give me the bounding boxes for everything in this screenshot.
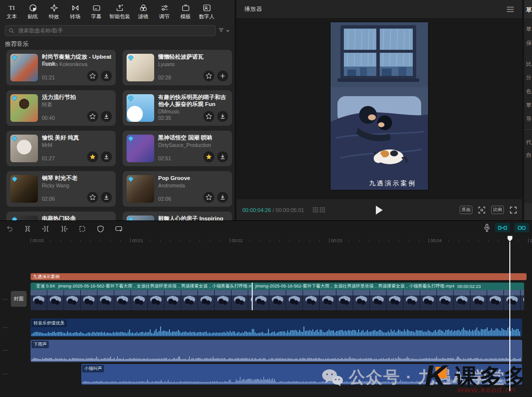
download-button[interactable]: [101, 192, 112, 203]
music-card[interactable]: 愉悦 美好 纯真 MrM 01:27: [6, 131, 116, 166]
filter-funnel-icon: [218, 28, 225, 34]
linkage-toggle[interactable]: [514, 223, 529, 232]
music-filter-button[interactable]: [218, 26, 231, 35]
album-art: [10, 175, 38, 203]
commercial-badge-icon: [128, 136, 134, 142]
tab-transition[interactable]: 转场: [65, 1, 86, 23]
tab-adjust[interactable]: 调节: [154, 1, 175, 23]
tab-digital-human[interactable]: 数字人: [196, 1, 217, 23]
favorite-button[interactable]: [87, 111, 98, 122]
focus-frame-icon[interactable]: [478, 206, 486, 214]
record-voiceover-icon[interactable]: [483, 223, 491, 232]
audio-clip-cat[interactable]: 小猫叫声: [81, 364, 522, 385]
star-filled-icon: [89, 153, 96, 160]
auto-snap-toggle[interactable]: [495, 223, 510, 232]
asset-toolbar: TI 文本 贴纸 特效 转场 字幕 智能包装: [0, 1, 234, 23]
smart-package-icon: [115, 3, 124, 12]
music-card[interactable]: 活力流行节拍 阿紊 00:40: [6, 90, 116, 126]
tab-sticker[interactable]: 贴纸: [22, 1, 43, 23]
fullscreen-icon[interactable]: [509, 206, 517, 214]
favorite-button[interactable]: [203, 192, 214, 203]
cover-button[interactable]: 封面: [11, 291, 27, 307]
speed-label: 变速 0.9X: [36, 283, 55, 289]
svg-text:TI: TI: [8, 4, 14, 11]
music-card[interactable]: 钢琴 时光不老 Ricky Wang 02:06: [6, 171, 116, 207]
undo-button[interactable]: [4, 223, 15, 234]
favorite-button-active[interactable]: [203, 151, 214, 162]
timeline-toolbar: [0, 221, 532, 236]
favorite-button[interactable]: [203, 71, 214, 81]
video-preview: 九遇演示案例: [331, 22, 428, 190]
music-duration: 02:06: [42, 196, 55, 202]
play-button[interactable]: [376, 206, 383, 215]
transition-icon: [71, 3, 80, 12]
music-card[interactable]: 黑神话悟空 国潮 唢呐 DirtySauce_Production 02:51: [123, 131, 232, 166]
audio-clip-music[interactable]: 轻音乐舒缓优美: [31, 319, 522, 337]
tab-effects[interactable]: 特效: [43, 1, 65, 23]
tab-captions[interactable]: 字幕: [86, 1, 107, 23]
download-button[interactable]: [217, 111, 228, 122]
player-controls: 00:00:04:26 / 00:00:05:01 原画 比例: [236, 199, 522, 220]
download-button[interactable]: [217, 151, 228, 162]
album-art: [127, 94, 154, 122]
favorite-button[interactable]: [87, 192, 98, 203]
tab-text[interactable]: TI 文本: [1, 1, 22, 23]
commercial-badge-icon: [128, 95, 134, 102]
music-search-bar[interactable]: [5, 25, 216, 36]
search-input[interactable]: [17, 27, 212, 34]
music-title: 鼓舞人心的房子 Inspiring House: [158, 216, 228, 220]
favorite-button[interactable]: [203, 111, 214, 122]
playhead-handle[interactable]: [507, 235, 513, 242]
delete-left-button[interactable]: [40, 223, 51, 234]
tab-filters[interactable]: 滤镜: [133, 1, 154, 23]
playhead-line[interactable]: [509, 242, 510, 391]
player-menu-icon[interactable]: [506, 6, 514, 12]
audio-clip-rain[interactable]: 下雨声: [31, 340, 522, 362]
track-options-audio-music[interactable]: …: [2, 323, 12, 329]
download-button[interactable]: [101, 71, 112, 81]
original-quality-button[interactable]: 原画: [460, 206, 472, 214]
track-options-audio-rain[interactable]: …: [2, 346, 12, 352]
video-clip-2[interactable]: jimeng-2025-05-16-562-窗外下着大雨，女孩往男孩怀里依偎，男…: [253, 283, 524, 310]
music-title: Pop Groove: [158, 175, 228, 182]
player-header: 播放器: [236, 0, 522, 19]
timeline-ruler[interactable]: 00:0000:0100:0200:0300:0400:05: [31, 236, 532, 246]
delete-right-button[interactable]: [59, 223, 69, 234]
audio-clip-label: 下雨声: [32, 341, 49, 348]
divider: [524, 129, 532, 130]
download-button[interactable]: [101, 151, 112, 162]
music-card[interactable]: Pop Groove Andromeda 02:06: [123, 171, 232, 207]
draft-settings-panel: 草 草保比分色草导代自: [524, 0, 532, 220]
music-card[interactable]: 电商热门轻曲: [6, 212, 116, 220]
text-track-clip[interactable]: 九遇演示案例: [31, 273, 527, 280]
commercial-badge-icon: [128, 55, 134, 61]
aspect-ratio-button[interactable]: 比例: [491, 206, 504, 214]
marker-button[interactable]: [113, 223, 124, 234]
download-button[interactable]: [217, 192, 228, 203]
music-card[interactable]: 慵懒轻松波萨诺瓦 Lyuans 02:28: [123, 50, 232, 85]
album-art: [127, 175, 154, 203]
track-options-audio-cat[interactable]: …: [2, 369, 12, 375]
download-button[interactable]: [101, 111, 112, 122]
video-clip-1[interactable]: 变速 0.9X jimeng-2025-05-16-562-窗外下着大雨，女孩往…: [31, 283, 253, 310]
music-card[interactable]: 时尚节奏魅力绽放 - Upbeat Funk Natalia Kolesniko…: [6, 50, 116, 85]
tab-templates[interactable]: 模板: [175, 1, 196, 23]
music-card[interactable]: 有趣的快乐明亮的哨子和吉他令人振奋的乐观 Fun Happy Brigh... …: [123, 90, 232, 126]
music-duration: 00:40: [42, 115, 55, 121]
commercial-badge-icon: [11, 136, 18, 142]
draft-setting-label: 比: [526, 60, 532, 68]
music-title: 电商热门轻曲: [42, 216, 112, 220]
favorite-button-active[interactable]: [87, 151, 98, 162]
clip-duration: 00:00:02:23: [458, 284, 481, 289]
adjust-icon: [160, 3, 169, 12]
split-button[interactable]: [22, 223, 33, 234]
commercial-badge-icon: [11, 217, 18, 220]
tab-smart-package[interactable]: 智能包装: [107, 1, 133, 23]
favorite-button[interactable]: [87, 71, 98, 81]
add-button[interactable]: [217, 71, 228, 81]
freeze-frame-button[interactable]: [77, 223, 88, 234]
album-art: [10, 216, 38, 220]
mask-button[interactable]: [95, 223, 106, 234]
video-thumbnails: [253, 290, 524, 310]
music-card[interactable]: 鼓舞人心的房子 Inspiring House: [123, 212, 232, 220]
